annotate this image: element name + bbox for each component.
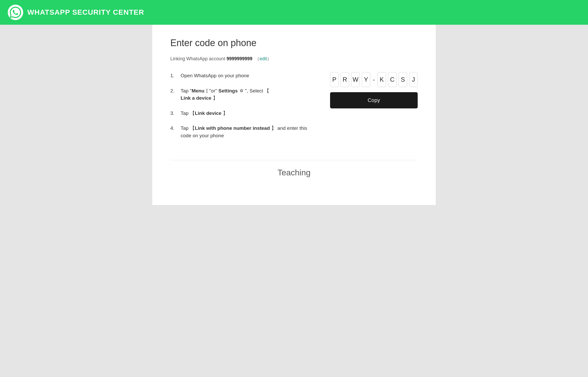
page-title: Enter code on phone	[170, 38, 418, 48]
menu-label: Menu	[192, 88, 205, 93]
code-char-6: S	[399, 72, 407, 87]
code-section: P R W Y - K C S J Copy	[330, 72, 418, 108]
step-3-text: Tap 【Link device 】	[181, 110, 315, 117]
linking-info: Linking WhatsApp account 9999999999 （edi…	[170, 56, 418, 62]
code-char-7: J	[409, 72, 418, 87]
code-char-4: K	[377, 72, 386, 87]
phone-number: 9999999999	[226, 56, 252, 61]
code-char-2: W	[351, 72, 360, 87]
menu-dots-icon	[206, 89, 207, 93]
app-title: WHATSAPP SECURITY CENTER	[27, 8, 144, 16]
code-char-3: Y	[362, 72, 370, 87]
settings-label: Settings	[217, 88, 238, 93]
step-4-text: Tap 【Link with phone number instead 】 an…	[181, 125, 315, 139]
code-display: P R W Y - K C S J	[330, 72, 418, 87]
main-layout: Open WhatsApp on your phone Tap "Menu "o…	[170, 72, 418, 147]
teaching-title: Teaching	[170, 168, 418, 177]
settings-gear-icon: ⚙	[240, 88, 243, 94]
code-char-5: C	[388, 72, 397, 87]
step-2: Tap "Menu "or" Settings ⚙ ", Select 【Lin…	[170, 87, 315, 102]
instructions-section: Open WhatsApp on your phone Tap "Menu "o…	[170, 72, 315, 147]
step-1: Open WhatsApp on your phone	[170, 72, 315, 80]
step-4: Tap 【Link with phone number instead 】 an…	[170, 125, 315, 139]
step-1-text: Open WhatsApp on your phone	[181, 72, 315, 80]
edit-link[interactable]: edit	[259, 56, 267, 61]
code-separator: -	[373, 76, 375, 83]
code-char-0: P	[330, 72, 339, 87]
code-char-1: R	[341, 72, 349, 87]
link-device-action: Link device	[195, 110, 222, 116]
whatsapp-logo-icon	[8, 5, 23, 20]
linking-prefix: Linking WhatsApp account	[170, 56, 225, 61]
link-device-label: Link a device	[181, 95, 211, 101]
step-2-text: Tap "Menu "or" Settings ⚙ ", Select 【Lin…	[181, 87, 315, 102]
steps-list: Open WhatsApp on your phone Tap "Menu "o…	[170, 72, 315, 139]
copy-button[interactable]: Copy	[330, 92, 418, 108]
section-divider	[170, 160, 418, 160]
page-wrapper: Enter code on phone Linking WhatsApp acc…	[0, 25, 588, 205]
teaching-section: Teaching	[170, 168, 418, 188]
link-phone-label: Link with phone number instead	[195, 125, 270, 131]
content-card: Enter code on phone Linking WhatsApp acc…	[152, 25, 436, 205]
step-3: Tap 【Link device 】	[170, 110, 315, 117]
page-header: WHATSAPP SECURITY CENTER	[0, 0, 588, 25]
